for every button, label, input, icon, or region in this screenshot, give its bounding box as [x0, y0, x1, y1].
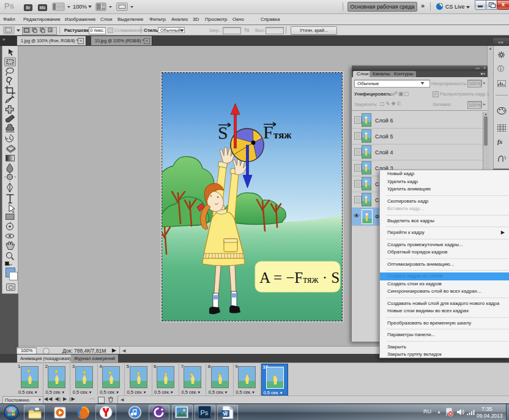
svg-text:F: F: [263, 122, 273, 142]
svg-text:тяж: тяж: [273, 129, 292, 141]
svg-text:A = −Fтяж · S: A = −Fтяж · S: [259, 269, 340, 286]
svg-text:S: S: [218, 122, 228, 143]
svg-text:Ps: Ps: [201, 409, 209, 416]
